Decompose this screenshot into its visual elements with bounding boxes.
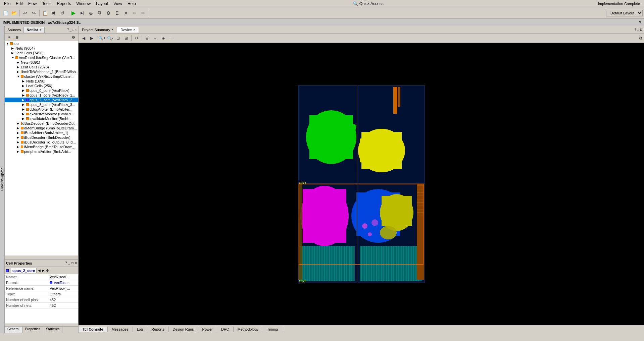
tree-item-dbus-dec[interactable]: ▶ dBusDecoder (BmbDecoderOut... xyxy=(5,121,78,126)
project-summary-tab[interactable]: Project Summary × xyxy=(79,27,117,33)
tree-item-nets3[interactable]: ▶ Nets (1690) xyxy=(5,79,78,83)
dev-highlight-button[interactable]: ◈ xyxy=(159,35,167,42)
power-tab[interactable]: Power xyxy=(198,327,217,332)
drc-tab[interactable]: DRC xyxy=(217,327,234,332)
dev-fit-all[interactable]: ⊡ xyxy=(114,35,122,42)
dev-refresh[interactable]: ↺ xyxy=(133,35,140,42)
tree-item-nets[interactable]: ▶ Nets (9604) xyxy=(5,46,78,51)
device-canvas[interactable]: X0Y1 X0Y0 xyxy=(79,43,644,325)
revert-button[interactable]: ↺ xyxy=(58,9,66,17)
cell-nav-forward[interactable]: ▶ xyxy=(42,269,45,272)
dev-conn-button[interactable]: ↔ xyxy=(151,35,159,42)
device-tab[interactable]: Device × xyxy=(117,27,139,33)
tree-item-top[interactable]: ▼ top xyxy=(5,41,78,46)
dev-zoom-in[interactable]: 🔍+ xyxy=(98,35,106,42)
edit2-button[interactable]: ✏ xyxy=(139,9,147,17)
cell-props-minimize[interactable]: _ xyxy=(68,261,70,265)
menu-reports[interactable]: Reports xyxy=(54,1,73,7)
menu-tools[interactable]: Tools xyxy=(39,1,54,7)
edit-button[interactable]: ✏ xyxy=(131,9,139,17)
menu-view[interactable]: View xyxy=(111,1,125,7)
tree-h-scroll[interactable] xyxy=(5,255,78,259)
tree-item-dmem[interactable]: ▶ dMemBridge (BmbToLiteDram... xyxy=(5,126,78,130)
open-button[interactable]: 📂 xyxy=(10,9,18,17)
panel-minimize-icon[interactable]: _ xyxy=(70,28,72,32)
tree-item-imem[interactable]: ▶ iMemBridge (BmbToLiteDram_... xyxy=(5,145,78,149)
tree-item-leaf3[interactable]: ▶ Leaf Cells (256) xyxy=(5,83,78,88)
device-close[interactable]: × xyxy=(133,28,135,32)
tree-item-cpu3[interactable]: ▶ cpus_3_core (VexRiscv_3... xyxy=(5,102,78,107)
methodology-tab[interactable]: Methodology xyxy=(234,327,263,332)
menu-flow[interactable]: Flow xyxy=(26,1,39,7)
netlist-tab[interactable]: Netlist × xyxy=(24,27,45,33)
props-h-scroll[interactable] xyxy=(5,324,78,326)
netlist-tree[interactable]: ▼ top ▶ Nets (9604) ▶ Leaf Cells (7456) … xyxy=(5,41,78,255)
menu-layout[interactable]: Layout xyxy=(93,1,111,7)
flow-navigator-label[interactable]: Flow Navigator xyxy=(0,26,5,333)
dev-settings-icon[interactable]: ⚙ xyxy=(639,36,643,41)
log-tab[interactable]: Log xyxy=(133,327,147,332)
menu-file[interactable]: File xyxy=(1,1,13,7)
doc-maximize-icon[interactable]: □ xyxy=(637,28,639,32)
tree-item-leaf-cells[interactable]: ▶ Leaf Cells (7456) xyxy=(5,51,78,55)
tree-item-ibus-io[interactable]: ▶ iBusDecoder_io_outputs_0_d... xyxy=(5,140,78,145)
tree-item-excl-mon[interactable]: ▶ exclusiveMonitor (BmbEx... xyxy=(5,112,78,116)
messages-tab[interactable]: Messages xyxy=(108,327,133,332)
expand-button[interactable]: ⊞ xyxy=(13,34,20,40)
tree-item-nets2[interactable]: ▶ Nets (6391) xyxy=(5,60,78,65)
tree-item-ibus-arb[interactable]: ▶ iBusArbiter (BmbArbiter_1) xyxy=(5,130,78,135)
run-button[interactable]: ▶ xyxy=(69,9,78,17)
netlist-tab-close[interactable]: × xyxy=(40,28,42,32)
tree-item-periph-arb[interactable]: ▶ peripheralArbiter (BmbArbi... xyxy=(5,149,78,154)
undo-button[interactable]: ↩ xyxy=(21,9,29,17)
tree-item-dbus-arb[interactable]: ▶ dBusArbiter (BmbArbiter... xyxy=(5,107,78,112)
cell-props-maximize[interactable]: □ xyxy=(71,261,73,265)
netlist-settings-button[interactable]: ⚙ xyxy=(70,34,77,40)
tcl-console-tab[interactable]: Tcl Console xyxy=(79,327,108,332)
cell-props-question[interactable]: ? xyxy=(65,261,67,265)
reports-tab[interactable]: Reports xyxy=(147,327,169,332)
new-button[interactable]: 📄 xyxy=(1,9,9,17)
tree-item-ibus-dec[interactable]: ▶ iBusDecoder (BmbDecoder) xyxy=(5,135,78,140)
cp-tab-statistics[interactable]: Statistics xyxy=(43,327,62,333)
tree-item-vexriscv-cluster[interactable]: ▼ VexRiscvLitexSmpCluster (VexR... xyxy=(5,55,78,60)
panel-question-icon[interactable]: ? xyxy=(67,28,69,32)
doc-question-icon[interactable]: ? xyxy=(634,28,636,32)
menu-window[interactable]: Window xyxy=(73,1,93,7)
dev-grid-button[interactable]: ⊞ xyxy=(143,35,151,42)
sum-button[interactable]: Σ xyxy=(113,9,121,17)
dev-zoom-out[interactable]: 🔍- xyxy=(106,35,114,42)
cell-props-close[interactable]: × xyxy=(75,261,77,265)
copy2-button[interactable]: ⧉ xyxy=(96,9,104,17)
tree-item-inv-mon[interactable]: ▶ invalidateMonitor (BmbI... xyxy=(5,116,78,121)
cell-nav-back[interactable]: ◀ xyxy=(38,269,41,272)
step-button[interactable]: ▶| xyxy=(78,9,86,17)
cell-nav-settings[interactable]: ⚙ xyxy=(46,269,49,272)
tree-item-leaf2[interactable]: ▶ Leaf Cells (2375) xyxy=(5,65,78,69)
redo-button[interactable]: ↪ xyxy=(30,9,38,17)
design-runs-tab[interactable]: Design Runs xyxy=(169,327,198,332)
copy-button[interactable]: 📋 xyxy=(41,9,49,17)
tree-item-cpu1[interactable]: ▶ cpus_1_core (VexRiscv_1... xyxy=(5,93,78,98)
filter-button[interactable]: ≡ xyxy=(6,34,13,40)
layout-selector[interactable]: Default Layout xyxy=(606,10,643,16)
timing-tab[interactable]: Timing xyxy=(263,327,283,332)
dev-back-button[interactable]: ◀ xyxy=(80,35,87,42)
tree-item-cluster[interactable]: ▼ cluster (VexRiscvSmpCluste... xyxy=(5,74,78,79)
delete-button[interactable]: ✖ xyxy=(50,9,58,17)
dev-ruler-button[interactable]: ⊢ xyxy=(167,35,175,42)
quick-access-label[interactable]: Quick Access xyxy=(359,1,384,6)
sources-tab[interactable]: Sources xyxy=(5,27,24,33)
cross-button[interactable]: ✕ xyxy=(122,9,130,17)
cp-tab-properties[interactable]: Properties xyxy=(22,327,44,333)
doc-gear-icon[interactable]: ⚙ xyxy=(640,28,643,32)
menu-help[interactable]: Help xyxy=(125,1,139,7)
project-summary-close[interactable]: × xyxy=(111,28,113,32)
cp-tab-general[interactable]: General xyxy=(5,327,22,333)
dev-forward-button[interactable]: ▶ xyxy=(88,35,95,42)
panel-maximize-icon[interactable]: □ xyxy=(72,28,74,32)
dev-fit-sel[interactable]: ⊞ xyxy=(122,35,130,42)
settings-button[interactable]: ⚙ xyxy=(104,9,112,17)
checkpoint-button[interactable]: ⊕ xyxy=(87,9,95,17)
tree-item-cpu0[interactable]: ▶ cpus_0_core (VexRiscv) xyxy=(5,88,78,93)
